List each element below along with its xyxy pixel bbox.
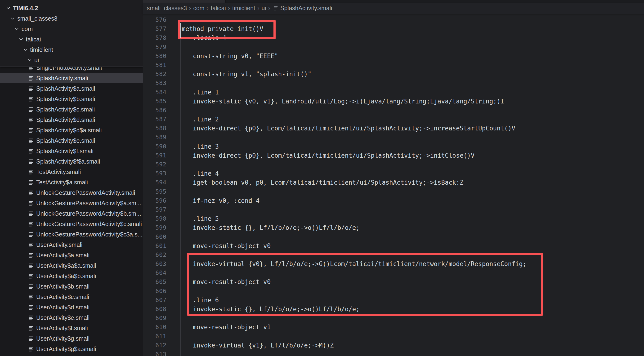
code-line-587[interactable]: 587 .line 2 [143, 115, 644, 124]
breadcrumb-item-talicai[interactable]: talicai [211, 5, 226, 12]
breadcrumb-item-com[interactable]: com [193, 5, 204, 12]
line-number: 577 [143, 24, 166, 34]
code-line-591[interactable]: 591 invoke-direct {p0}, Lcom/talicai/tim… [143, 151, 644, 160]
file-item-unlockgesturepasswordactivity-c-smali[interactable]: UnlockGesturePasswordActivity$c.smali [0, 219, 143, 229]
file-item-testactivity-smali[interactable]: TestActivity.smali [0, 167, 143, 177]
tree-folder-com[interactable]: com [0, 24, 143, 34]
code-text: .line 3 [178, 142, 219, 151]
file-item-useractivity-c-smali[interactable]: UserActivity$c.smali [0, 292, 143, 302]
file-item-splashactivity-smali[interactable]: SplashActivity.smali [0, 73, 143, 83]
file-item-unlockgesturepasswordactivity-b-sm-[interactable]: UnlockGesturePasswordActivity$b.sm... [0, 208, 143, 219]
code-line-583[interactable]: 583 [143, 78, 644, 88]
code-line-611[interactable]: 611 [143, 332, 644, 341]
code-line-581[interactable]: 581 [143, 60, 644, 70]
file-item-useractivity-a-smali[interactable]: UserActivity$a.smali [0, 250, 143, 260]
file-item-useractivity-g-smali[interactable]: UserActivity$g.smali [0, 333, 143, 344]
file-item-useractivity-g-a-smali[interactable]: UserActivity$g$a.smali [0, 344, 143, 354]
code-line-608[interactable]: 608 invoke-static {}, Lf/l/b/o/e;->o()Lf… [143, 305, 644, 314]
chevron-down-icon[interactable] [26, 57, 33, 63]
breadcrumb-item-smali_classes3[interactable]: smali_classes3 [147, 5, 187, 12]
code-line-589[interactable]: 589 [143, 133, 644, 142]
code-text: move-result-object v1 [178, 322, 270, 332]
code-line-593[interactable]: 593 .line 4 [143, 169, 644, 178]
code-line-582[interactable]: 582 const-string v1, "splash-init()" [143, 70, 644, 78]
code-line-585[interactable]: 585 invoke-static {v0, v1}, Landroid/uti… [143, 97, 644, 106]
code-line-586[interactable]: 586 [143, 106, 644, 115]
code-text: invoke-static {}, Lf/l/b/o/e;->o()Lf/l/b… [178, 305, 360, 314]
tree-folder-ui[interactable]: ui [0, 55, 143, 65]
tree-folder-talicai[interactable]: talicai [0, 34, 143, 44]
breadcrumb-separator-icon: › [257, 4, 260, 12]
code-line-612[interactable]: 612 invoke-virtual {v1}, Lf/l/b/o/e;->M(… [143, 341, 644, 350]
code-line-602[interactable]: 602 [143, 250, 644, 260]
tree-folder-label: ui [34, 57, 39, 64]
chevron-down-icon[interactable] [14, 26, 20, 32]
code-line-580[interactable]: 580 const-string v0, "EEEE" [143, 52, 644, 60]
code-line-604[interactable]: 604 [143, 268, 644, 278]
code-line-607[interactable]: 607 .line 6 [143, 296, 644, 305]
file-item-useractivity-smali[interactable]: UserActivity.smali [0, 240, 143, 250]
code-line-577[interactable]: 577method private init()V [143, 24, 644, 34]
tree-folder-timiclient[interactable]: timiclient [0, 44, 143, 55]
file-item-label: UserActivity$g.smali [36, 335, 90, 342]
file-item-useractivity-b-smali[interactable]: UserActivity$b.smali [0, 281, 143, 292]
explorer-sidebar: SinglePhotoActivity.smaliSplashActivity.… [0, 0, 143, 356]
code-line-597[interactable]: 597 [143, 205, 644, 214]
code-line-579[interactable]: 579 [143, 42, 644, 52]
file-item-splashactivity-d-smali[interactable]: SplashActivity$d.smali [0, 114, 143, 125]
file-icon [28, 283, 34, 290]
file-item-useractivity-d-smali[interactable]: UserActivity$d.smali [0, 302, 143, 312]
code-line-584[interactable]: 584 .line 1 [143, 88, 644, 97]
file-item-label: UnlockGesturePasswordActivity$c$a.s... [36, 231, 142, 238]
file-item-splashactivity-f-smali[interactable]: SplashActivity$f.smali [0, 146, 143, 156]
file-item-unlockgesturepasswordactivity-smali[interactable]: UnlockGesturePasswordActivity.smali [0, 188, 143, 198]
file-item-useractivity-a-b-smali[interactable]: UserActivity$a$b.smali [0, 271, 143, 281]
file-item-useractivity-a-a-smali[interactable]: UserActivity$a$a.smali [0, 260, 143, 271]
code-line-599[interactable]: 599 invoke-static {}, Lf/l/b/o/e;->o()Lf… [143, 223, 644, 232]
file-item-splashactivity-c-smali[interactable]: SplashActivity$c.smali [0, 104, 143, 114]
code-line-601[interactable]: 601 move-result-object v0 [143, 242, 644, 250]
chevron-down-icon[interactable] [18, 36, 24, 42]
breadcrumb-item-ui[interactable]: ui [262, 5, 266, 12]
file-item-useractivity-e-smali[interactable]: UserActivity$e.smali [0, 312, 143, 323]
breadcrumb-file[interactable]: SplashActivity.smali [280, 5, 332, 12]
file-item-splashactivity-d-a-smali[interactable]: SplashActivity$d$a.smali [0, 125, 143, 136]
code-line-609[interactable]: 609 [143, 314, 644, 322]
file-item-testactivity-a-smali[interactable]: TestActivity$a.smali [0, 177, 143, 188]
file-icon [28, 117, 34, 123]
chevron-down-icon[interactable] [5, 5, 11, 11]
file-item-unlockgesturepasswordactivity-c-a-s-[interactable]: UnlockGesturePasswordActivity$c$a.s... [0, 229, 143, 240]
code-line-600[interactable]: 600 [143, 232, 644, 242]
chevron-down-icon[interactable] [22, 47, 28, 53]
active-indent-guide [180, 23, 181, 38]
code-line-613[interactable]: 613 [143, 350, 644, 356]
code-line-576[interactable]: 576 [143, 16, 644, 24]
code-line-588[interactable]: 588 invoke-direct {p0}, Lcom/talicai/tim… [143, 124, 644, 133]
code-line-578[interactable]: 578 .locals 4 [143, 34, 644, 42]
code-line-605[interactable]: 605 move-result-object v0 [143, 278, 644, 286]
code-line-598[interactable]: 598 .line 5 [143, 214, 644, 223]
file-item-splashactivity-f-a-smali[interactable]: SplashActivity$f$a.smali [0, 156, 143, 167]
code-line-606[interactable]: 606 [143, 287, 644, 296]
code-text: invoke-direct {p0}, Lcom/talicai/timicli… [178, 151, 474, 160]
code-line-592[interactable]: 592 [143, 160, 644, 169]
file-icon [28, 148, 34, 154]
line-number: 586 [143, 106, 166, 115]
tree-folder-label: talicai [26, 36, 41, 43]
file-item-splashactivity-a-smali[interactable]: SplashActivity$a.smali [0, 83, 143, 94]
file-item-unlockgesturepasswordactivity-a-sm-[interactable]: UnlockGesturePasswordActivity$a.sm... [0, 198, 143, 208]
code-line-595[interactable]: 595 [143, 187, 644, 196]
code-line-596[interactable]: 596 if-nez v0, :cond_4 [143, 196, 644, 205]
tree-folder-smali_classes3[interactable]: smali_classes3 [0, 13, 143, 24]
code-line-610[interactable]: 610 move-result-object v1 [143, 322, 644, 332]
code-line-603[interactable]: 603 invoke-virtual {v0}, Lf/l/b/o/e;->G(… [143, 260, 644, 268]
breadcrumb-item-timiclient[interactable]: timiclient [232, 5, 255, 12]
code-line-590[interactable]: 590 .line 3 [143, 142, 644, 151]
chevron-down-icon[interactable] [10, 16, 16, 22]
file-item-splashactivity-e-smali[interactable]: SplashActivity$e.smali [0, 136, 143, 146]
file-item-splashactivity-b-smali[interactable]: SplashActivity$b.smali [0, 94, 143, 104]
tree-folder-timi6.4.2[interactable]: TIMI6.4.2 [0, 3, 143, 13]
file-item-useractivity-f-smali[interactable]: UserActivity$f.smali [0, 323, 143, 333]
code-line-594[interactable]: 594 iget-boolean v0, p0, Lcom/talicai/ti… [143, 178, 644, 187]
file-item-label: UnlockGesturePasswordActivity$c.smali [36, 220, 142, 228]
